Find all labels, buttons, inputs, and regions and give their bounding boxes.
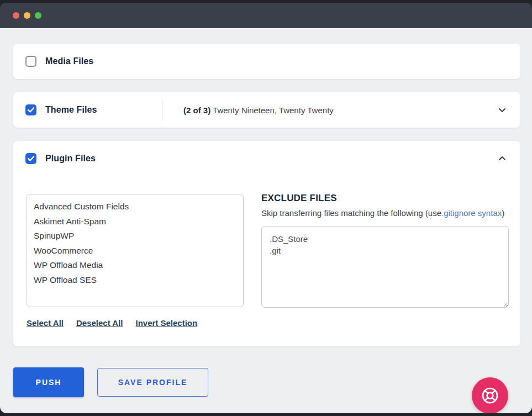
theme-selection-items: Twenty Nineteen, Twenty Twenty: [210, 106, 334, 115]
close-window-button[interactable]: [13, 12, 19, 19]
plugin-list-item[interactable]: WP Offload Media: [34, 258, 236, 273]
window-titlebar: [0, 3, 532, 28]
theme-files-label: Theme Files: [45, 105, 97, 115]
chevron-up-icon[interactable]: [497, 154, 507, 164]
check-icon: [28, 107, 34, 113]
plugin-files-header[interactable]: Plugin Files: [13, 141, 520, 176]
main-content: Media Files Theme Files (2 of 3) Twenty …: [0, 28, 532, 413]
theme-selection-summary: (2 of 3) Twenty Nineteen, Twenty Twenty: [183, 106, 334, 115]
select-all-link[interactable]: Select All: [27, 318, 64, 328]
plugin-list-item[interactable]: WP Offload SES: [34, 273, 236, 288]
media-files-header[interactable]: Media Files: [13, 44, 520, 79]
minimize-window-button[interactable]: [24, 12, 30, 19]
plugin-files-label: Plugin Files: [45, 154, 96, 164]
media-files-card: Media Files: [13, 44, 520, 79]
footer-actions: PUSH SAVE PROFILE: [13, 367, 520, 397]
media-files-checkbox[interactable]: [25, 56, 36, 67]
app-window: Media Files Theme Files (2 of 3) Twenty …: [0, 3, 532, 413]
gitignore-syntax-link[interactable]: .gitignore syntax: [441, 208, 502, 218]
save-profile-button[interactable]: SAVE PROFILE: [97, 368, 208, 397]
theme-files-header[interactable]: Theme Files (2 of 3) Twenty Nineteen, Tw…: [13, 92, 520, 128]
theme-files-checkbox[interactable]: [25, 104, 36, 115]
plugin-list-item[interactable]: WooCommerce: [34, 244, 236, 259]
plugin-files-card: Plugin Files Advanced Custom FieldsAskim…: [13, 141, 520, 346]
plugin-files-checkbox[interactable]: [25, 153, 36, 164]
push-button[interactable]: PUSH: [13, 367, 84, 397]
media-files-label: Media Files: [45, 56, 93, 66]
zoom-window-button[interactable]: [35, 12, 41, 19]
exclude-files-description: Skip transferring files matching the fol…: [261, 208, 509, 218]
deselect-all-link[interactable]: Deselect All: [76, 318, 123, 328]
check-icon: [28, 156, 34, 161]
divider: [162, 99, 162, 121]
chevron-down-icon[interactable]: [497, 105, 507, 115]
plugin-list[interactable]: Advanced Custom FieldsAskimet Anti-SpamS…: [27, 194, 244, 307]
invert-selection-link[interactable]: Invert Selection: [135, 318, 197, 328]
exclude-files-heading: EXCLUDE FILES: [261, 193, 509, 204]
help-button[interactable]: [472, 377, 508, 413]
plugin-list-actions: Select All Deselect All Invert Selection: [27, 318, 244, 328]
lifebuoy-icon: [480, 385, 501, 406]
plugin-list-item[interactable]: Advanced Custom Fields: [34, 199, 236, 214]
plugin-list-item[interactable]: Askimet Anti-Spam: [34, 214, 236, 229]
theme-files-card: Theme Files (2 of 3) Twenty Nineteen, Tw…: [13, 92, 520, 128]
exclude-files-textarea[interactable]: .DS_Store .git: [261, 226, 509, 308]
plugin-list-item[interactable]: SpinupWP: [34, 229, 236, 244]
traffic-lights: [13, 12, 41, 19]
plugin-files-body: Advanced Custom FieldsAskimet Anti-SpamS…: [13, 176, 520, 346]
theme-selection-count: (2 of 3): [183, 106, 210, 115]
